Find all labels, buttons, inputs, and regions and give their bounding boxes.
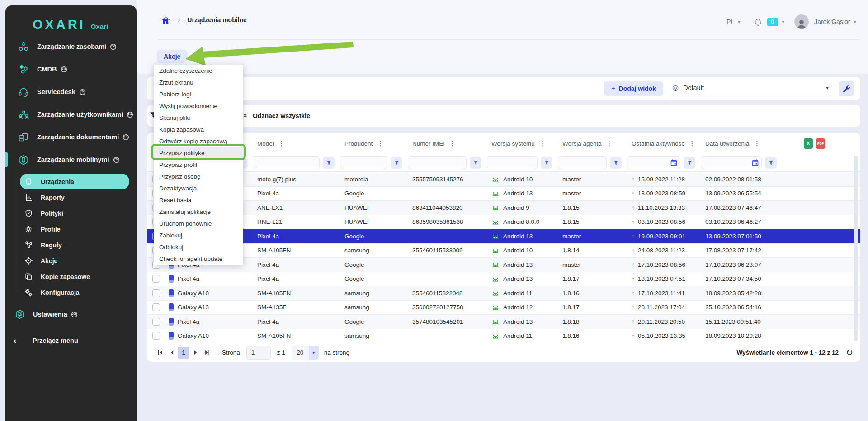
add-view-button[interactable]: + Dodaj widok xyxy=(604,81,663,96)
sidebar-item-cmdb[interactable]: CMDB xyxy=(5,58,137,80)
cell-created: 13.09.2023 06:55:54 xyxy=(700,190,781,197)
sidebar-subitem-regu-y[interactable]: Reguły xyxy=(20,237,129,253)
menu-item-check-for-agent-update[interactable]: Check for agent update xyxy=(154,253,243,265)
menu-item-skanuj-pliki[interactable]: Skanuj pliki xyxy=(154,112,243,123)
export-excel-icon[interactable]: X xyxy=(804,138,813,149)
sidebar-subitem-urz-dzenia[interactable]: Urządzenia xyxy=(20,174,129,189)
chevron-down-icon[interactable]: ▾ xyxy=(854,19,856,25)
filter-input-vendor[interactable] xyxy=(340,157,387,169)
column-menu-icon[interactable]: ⋮ xyxy=(377,140,384,147)
menu-item-przypisz-osob-[interactable]: Przypisz osobę xyxy=(154,170,243,182)
avatar[interactable] xyxy=(794,14,809,29)
home-icon[interactable] xyxy=(161,15,170,24)
sidebar-subitem-konfiguracja[interactable]: Konfiguracja xyxy=(20,284,129,300)
sidebar-subitem-akcje[interactable]: Akcje xyxy=(20,253,129,269)
sidebar-subitem-polityki[interactable]: Polityki xyxy=(20,205,129,221)
row-checkbox[interactable] xyxy=(152,318,160,326)
view-settings-button[interactable] xyxy=(839,81,854,96)
menu-item-przypisz-polityk-[interactable]: Przypisz politykę xyxy=(154,147,243,159)
filter-funnel-button-agent[interactable] xyxy=(610,157,622,169)
user-name[interactable]: Jarek Gąsior xyxy=(814,18,850,25)
page-number-input[interactable] xyxy=(246,346,271,360)
row-checkbox[interactable] xyxy=(152,332,160,340)
menu-item-zrzut-ekranu[interactable]: Zrzut ekranu xyxy=(154,76,243,88)
device-row[interactable]: moto g(7) plusmotorola355575093145276And… xyxy=(147,172,860,186)
filter-funnel-button-imei[interactable] xyxy=(470,157,481,169)
device-row[interactable]: Pixel 4aGoogleAndroid 13master↑13.09.202… xyxy=(147,186,860,201)
menu-item-zablokuj[interactable]: Zablokuj xyxy=(154,229,243,241)
column-menu-icon[interactable]: ⋮ xyxy=(278,140,285,147)
device-row[interactable]: Pixel 4aPixel 4aGoogleAndroid 13master↑1… xyxy=(147,257,860,272)
sidebar-item-zarz-dzanie-mobilnymi[interactable]: Zarządzanie mobilnymi xyxy=(5,148,137,171)
menu-item-dezaktywacja[interactable]: Dezaktywacja xyxy=(154,182,243,194)
menu-item-uruchom-ponownie[interactable]: Uruchom ponownie xyxy=(154,218,243,229)
filter-input-agent[interactable] xyxy=(558,157,606,169)
column-menu-icon[interactable]: ⋮ xyxy=(689,140,696,147)
menu-item-kopia-zapasowa[interactable]: Kopia zapasowa xyxy=(154,123,243,135)
first-page-button[interactable] xyxy=(154,347,166,359)
sidebar-item-zarz-dzanie-zasobami[interactable]: Zarządzanie zasobami xyxy=(5,35,137,58)
sidebar-subitem-profile[interactable]: Profile xyxy=(20,221,129,237)
row-checkbox[interactable] xyxy=(152,275,160,283)
bell-icon[interactable] xyxy=(753,18,763,26)
filter-funnel-button-vendor[interactable] xyxy=(391,157,402,169)
menu-item-pobierz-logi[interactable]: Pobierz logi xyxy=(154,88,243,100)
row-checkbox[interactable] xyxy=(152,303,160,311)
menu-item-odtw-rz-kopi-zapasow-[interactable]: Odtwórz kopię zapasową xyxy=(154,135,243,147)
current-page-button[interactable]: 1 xyxy=(178,347,189,359)
filter-funnel-button-last[interactable] xyxy=(684,157,695,169)
chevron-down-icon[interactable]: ▾ xyxy=(782,19,785,25)
last-page-button[interactable] xyxy=(201,347,213,359)
table-scrollbar[interactable] xyxy=(854,156,858,341)
device-row[interactable]: Galaxy A10SM-A105FNsamsungAndroid 111.8.… xyxy=(147,329,860,343)
menu-item-zdalne-czyszczenie[interactable]: Zdalne czyszczenie xyxy=(154,65,243,76)
menu-item-wy-lij-powiadomienie[interactable]: Wyślij powiadomienie xyxy=(154,100,243,112)
previous-page-button[interactable] xyxy=(166,347,178,359)
menu-item-reset-has-a[interactable]: Reset hasła xyxy=(154,194,243,206)
next-page-button[interactable] xyxy=(189,347,201,359)
device-row[interactable]: Pixel 4aPixel 4aGoogle357480103545201And… xyxy=(147,314,860,329)
menu-item-zainstaluj-aplikacj-[interactable]: Zainstaluj aplikację xyxy=(154,206,243,218)
cell-agent: 1.8.15 xyxy=(557,218,626,225)
menu-item-przypisz-profil[interactable]: Przypisz profil xyxy=(154,159,243,170)
device-row[interactable]: Galaxy A13SM-A135Fsamsung356002720127758… xyxy=(147,300,860,315)
actions-button[interactable]: Akcje xyxy=(157,50,187,63)
sidebar-subitem-raporty[interactable]: Raporty xyxy=(20,189,129,205)
breadcrumb-link[interactable]: Urządzenia mobilne xyxy=(187,16,246,24)
device-row[interactable]: Galaxy A10SM-A105FNsamsung35546011582204… xyxy=(147,286,860,300)
language-selector[interactable]: PL xyxy=(726,18,734,25)
filter-input-imei[interactable] xyxy=(408,157,466,169)
column-menu-icon[interactable]: ⋮ xyxy=(449,140,456,147)
row-checkbox[interactable] xyxy=(152,289,160,297)
device-row[interactable]: ANE-LX1HUAWEI863411044053820Android 91.8… xyxy=(147,200,860,215)
column-menu-icon[interactable]: ⋮ xyxy=(539,140,546,147)
filter-input-box xyxy=(408,156,467,169)
device-row[interactable]: SM-A105FNsamsung355460115533009Android 1… xyxy=(147,243,860,258)
refresh-icon[interactable]: ↻ xyxy=(846,347,853,358)
column-menu-icon[interactable]: ⋮ xyxy=(754,140,761,147)
view-select[interactable]: ◎ Default ▾ xyxy=(670,81,831,96)
menu-item-odblokuj[interactable]: Odblokuj xyxy=(154,241,243,253)
cell-vendor: Google xyxy=(339,261,407,268)
deselect-all-button[interactable]: × Odznacz wszystkie xyxy=(243,111,310,120)
filter-funnel-button-created[interactable] xyxy=(765,157,777,169)
sidebar-collapse-toggle[interactable]: ‹ Przełącz menu xyxy=(5,332,137,349)
per-page-select[interactable]: 20 ▾ xyxy=(292,346,319,360)
column-label: Wersja systemu xyxy=(491,140,535,147)
filter-funnel-button-model[interactable] xyxy=(323,157,335,169)
sidebar-item-zarz-dzanie-dokumentami[interactable]: Zarządzanie dokumentami xyxy=(5,126,137,148)
sidebar-item-ustawienia[interactable]: Ustawienia xyxy=(5,303,137,326)
notifications-badge[interactable]: 0 xyxy=(767,18,778,26)
filter-input-os[interactable] xyxy=(487,157,537,169)
sidebar-subitem-kopie-zapasowe[interactable]: Kopie zapasowe xyxy=(20,269,129,284)
export-pdf-icon[interactable]: PDF xyxy=(816,138,825,149)
device-row[interactable]: RNE-L21HUAWEI868598035361538Android 8.0.… xyxy=(147,215,860,229)
device-row[interactable]: Pixel 4aPixel 4aGoogleAndroid 131.8.17↑1… xyxy=(147,272,860,286)
filter-funnel-button-os[interactable] xyxy=(541,157,552,169)
column-menu-icon[interactable]: ⋮ xyxy=(606,140,613,147)
device-row[interactable]: ✓Pixel 4aGoogleAndroid 13master↑19.09.20… xyxy=(147,229,860,243)
cell-vendor: Google xyxy=(339,190,407,197)
filter-input-model[interactable] xyxy=(253,157,319,169)
sidebar-item-zarz-dzanie-u-ytkownikami[interactable]: Zarządzanie użytkownikami xyxy=(5,103,137,126)
sidebar-item-servicedesk[interactable]: Servicedesk xyxy=(5,80,137,103)
